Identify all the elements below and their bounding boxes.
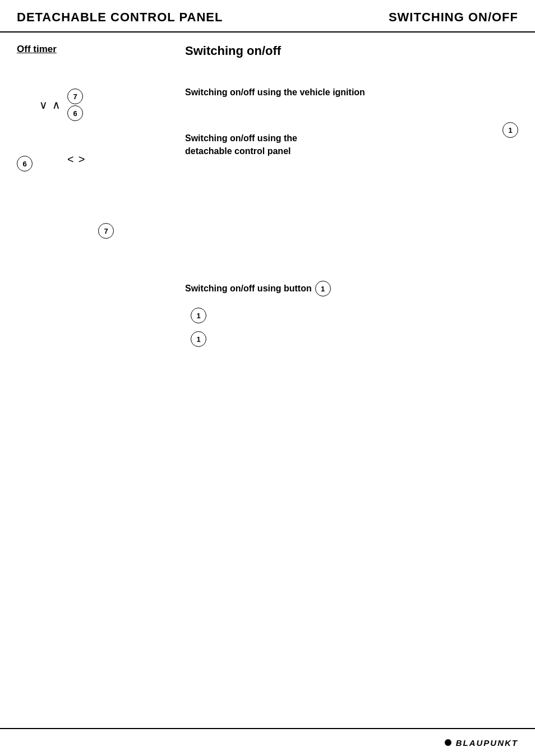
page-footer: BLAUPUNKT	[0, 728, 535, 756]
circles-stack-top: 7 6	[67, 89, 83, 121]
circles-column: 1 1	[191, 308, 518, 347]
arrow-up: ∧	[52, 98, 61, 112]
button-section-text: Switching on/off using button	[185, 284, 312, 294]
off-timer-label: Off timer	[17, 44, 163, 55]
arrow-down: ∨	[39, 98, 48, 112]
button-section-label: Switching on/off using button 1	[185, 281, 518, 296]
page-header: DETACHABLE CONTROL PANEL SWITCHING ON/OF…	[0, 0, 535, 33]
circle-badge-7-top: 7	[67, 89, 83, 104]
button-section: Switching on/off using button 1 1 1	[185, 281, 518, 347]
blaupunkt-brand: BLAUPUNKT	[456, 738, 518, 748]
left-diagram: ∨ ∧ 7 6 6 < > 7	[17, 89, 163, 302]
arrows-vc: ∨ ∧	[39, 98, 61, 112]
circle-badge-row1: 1	[191, 308, 206, 323]
header-right-title: SWITCHING ON/OFF	[389, 10, 518, 25]
switching-on-off-title: Switching on/off	[185, 44, 518, 58]
left-column: Off timer ∨ ∧ 7 6 6 < >	[0, 33, 174, 721]
section1-heading: Switching on/off using the vehicle ignit…	[185, 86, 518, 99]
circle-badge-7-bottom: 7	[98, 223, 114, 239]
circle-badge-row2: 1	[191, 331, 206, 347]
circle-badge-6-top: 6	[67, 105, 83, 121]
blaupunkt-dot	[445, 739, 451, 746]
section-vehicle-ignition: Switching on/off using the vehicle ignit…	[185, 86, 518, 99]
arrows-lr: < >	[67, 153, 85, 166]
right-column: Switching on/off Switching on/off using …	[174, 33, 535, 721]
arrow-left: <	[67, 153, 74, 166]
row-top: ∨ ∧ 7 6	[39, 89, 83, 121]
circle-badge-6-left: 6	[17, 156, 33, 171]
button-circle-badge: 1	[315, 281, 331, 296]
section2-heading: Switching on/off using thedetachable con…	[185, 132, 518, 157]
arrow-right: >	[79, 153, 85, 166]
main-content: Off timer ∨ ∧ 7 6 6 < >	[0, 33, 535, 721]
header-left-title: DETACHABLE CONTROL PANEL	[17, 10, 223, 25]
section-detachable-panel: Switching on/off using thedetachable con…	[185, 132, 518, 157]
